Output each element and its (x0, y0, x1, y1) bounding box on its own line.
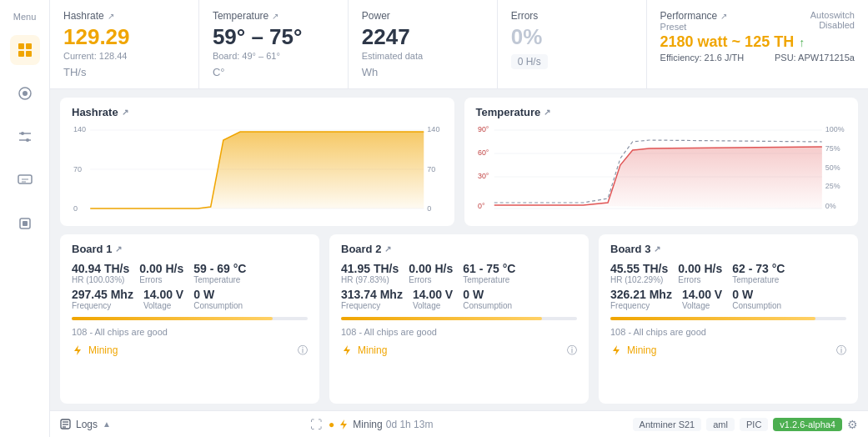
sidebar-item-chips[interactable] (10, 208, 40, 239)
svg-rect-12 (23, 221, 28, 226)
board-1-mining[interactable]: Mining (72, 344, 118, 356)
hashrate-card: Hashrate ↗ 129.29 Current: 128.44 TH/s (50, 0, 199, 88)
power-value: 2247 (362, 25, 484, 49)
temperature-title: Temperature ↗ (213, 10, 334, 22)
board-3-mining[interactable]: Mining (610, 344, 656, 356)
logs-chevron-icon: ▲ (103, 419, 111, 429)
errors-card: Errors 0% 0 H/s (498, 0, 647, 88)
board-2-consumption: 0 W Consumption (463, 288, 512, 310)
hashrate-value: 129.29 (63, 25, 185, 49)
temperature-value: 59° – 75° (213, 25, 334, 49)
svg-text:140: 140 (73, 125, 86, 133)
logs-button[interactable]: Logs ▲ (60, 419, 111, 430)
board-3-stats-row1: 45.55 TH/s HR (102.29%) 0.00 H/s Errors … (610, 262, 846, 284)
svg-text:09:25: 09:25 (311, 213, 329, 215)
temperature-card: Temperature ↗ 59° – 75° Board: 49° – 61°… (199, 0, 349, 88)
svg-point-5 (23, 91, 28, 96)
svg-text:90°: 90° (477, 125, 489, 133)
board-2-arrow-icon: ↗ (384, 244, 391, 254)
board-3-temp: 62 - 73 °C Temperature (732, 262, 785, 284)
performance-psu: PSU: APW171215a (775, 53, 855, 63)
board-1-hashrate: 40.94 TH/s HR (100.03%) (72, 262, 129, 284)
performance-title: Performance ↗ (660, 10, 728, 22)
board-2-temp: 61 - 75 °C Temperature (463, 262, 515, 284)
board-2-footer: Mining ⓘ (341, 344, 577, 358)
mining-status: ● Mining 0d 1h 13m (329, 419, 433, 430)
svg-text:08:10: 08:10 (82, 213, 99, 215)
svg-text:0: 0 (73, 204, 78, 213)
svg-text:30°: 30° (477, 172, 489, 180)
board-1-voltage: 14.00 V Voltage (143, 288, 183, 310)
sidebar-item-messages[interactable] (10, 165, 40, 195)
device-name-pill[interactable]: Antminer S21 (633, 418, 702, 431)
hashrate-chart-svg: 140 70 0 140 70 0 (72, 123, 443, 215)
board-3-chip-status: 108 - All chips are good (610, 327, 846, 337)
stat-cards-row: Hashrate ↗ 129.29 Current: 128.44 TH/s T… (50, 0, 868, 89)
board-1-progress-fill (72, 317, 273, 320)
svg-text:50%: 50% (825, 163, 840, 172)
performance-preset: Preset (660, 22, 728, 32)
board-3-hashrate: 45.55 TH/s HR (102.29%) (610, 262, 668, 284)
hashrate-unit: TH/s (63, 66, 185, 78)
svg-text:09:40: 09:40 (755, 213, 771, 215)
board-2-stats-row2: 313.74 Mhz Frequency 14.00 V Voltage 0 W… (341, 288, 577, 310)
board-3-errors: 0.00 H/s Errors (678, 262, 722, 284)
svg-rect-3 (26, 51, 32, 57)
autoswitch-value: Disabled (810, 20, 855, 30)
board-2-info-icon[interactable]: ⓘ (567, 344, 577, 358)
sidebar-item-dashboard[interactable] (10, 35, 40, 65)
board-2-progress-fill (341, 317, 542, 320)
main-content: Hashrate ↗ 129.29 Current: 128.44 TH/s T… (50, 0, 868, 437)
board-2-stats-row1: 41.95 TH/s HR (97.83%) 0.00 H/s Errors 6… (341, 262, 577, 284)
sidebar-item-settings[interactable] (10, 122, 40, 152)
board-1-progress (72, 317, 308, 320)
fullscreen-icon[interactable]: ⛶ (310, 418, 322, 431)
svg-text:70: 70 (427, 165, 435, 173)
version-pill[interactable]: v1.2.6-alpha4 (773, 418, 842, 431)
performance-arrow-icon: ↗ (720, 12, 727, 21)
svg-text:0: 0 (427, 204, 431, 213)
svg-rect-0 (18, 43, 24, 49)
svg-text:25%: 25% (825, 182, 840, 190)
bottom-center: ⛶ ● Mining 0d 1h 13m (119, 418, 625, 431)
temperature-chart-title: Temperature ↗ (476, 106, 847, 118)
gear-icon[interactable]: ⚙ (847, 418, 858, 431)
aml-pill[interactable]: aml (706, 418, 735, 431)
board-3-arrow-icon: ↗ (654, 244, 660, 254)
board-1-info-icon[interactable]: ⓘ (298, 344, 308, 358)
svg-text:09:55: 09:55 (403, 213, 420, 215)
board-2-chip-status: 108 - All chips are good (341, 327, 577, 337)
errors-sub: 0 H/s (511, 54, 548, 69)
boards-row: Board 1 ↗ 40.94 TH/s HR (100.03%) 0.00 H… (50, 234, 868, 410)
board-3-title: Board 3 ↗ (610, 243, 846, 255)
temperature-chart-card: Temperature ↗ 90° 60° 30° 0° 100% 75% 50… (464, 98, 859, 226)
svg-text:09:25: 09:25 (710, 213, 726, 215)
board-3-voltage: 14.00 V Voltage (682, 288, 722, 310)
temperature-chart-svg: 90° 60° 30° 0° 100% 75% 50% 25% 0% (476, 123, 847, 215)
mining-status-dot: ● (329, 419, 334, 430)
svg-text:09:10: 09:10 (665, 213, 682, 215)
autoswitch-label: Autoswitch (810, 10, 855, 20)
svg-text:70: 70 (73, 165, 82, 173)
performance-autoswitch: Autoswitch Disabled (810, 10, 855, 30)
svg-marker-52 (344, 345, 350, 355)
board-1-chip-status: 108 - All chips are good (72, 327, 308, 337)
svg-text:08:40: 08:40 (173, 213, 191, 215)
logs-icon (60, 419, 71, 429)
board-3-info-icon[interactable]: ⓘ (836, 344, 846, 358)
svg-marker-51 (74, 345, 81, 355)
charts-row: Hashrate ↗ 140 70 0 140 70 0 (50, 89, 868, 234)
performance-top: Performance ↗ Preset Autoswitch Disabled (660, 10, 855, 32)
mining-bolt-icon-3 (610, 344, 622, 356)
svg-marker-53 (613, 345, 620, 355)
svg-text:08:55: 08:55 (620, 213, 636, 215)
board-3-progress-fill (610, 317, 815, 320)
board-2-voltage: 14.00 V Voltage (413, 288, 453, 310)
hashrate-chart-arrow-icon: ↗ (122, 108, 128, 117)
board-2-mining[interactable]: Mining (341, 344, 387, 356)
pic-pill[interactable]: PIC (740, 418, 768, 431)
hashrate-title: Hashrate ↗ (63, 10, 185, 22)
board-3-footer: Mining ⓘ (610, 344, 846, 358)
sidebar-item-miner[interactable] (10, 78, 40, 108)
hashrate-chart-title: Hashrate ↗ (72, 106, 443, 118)
